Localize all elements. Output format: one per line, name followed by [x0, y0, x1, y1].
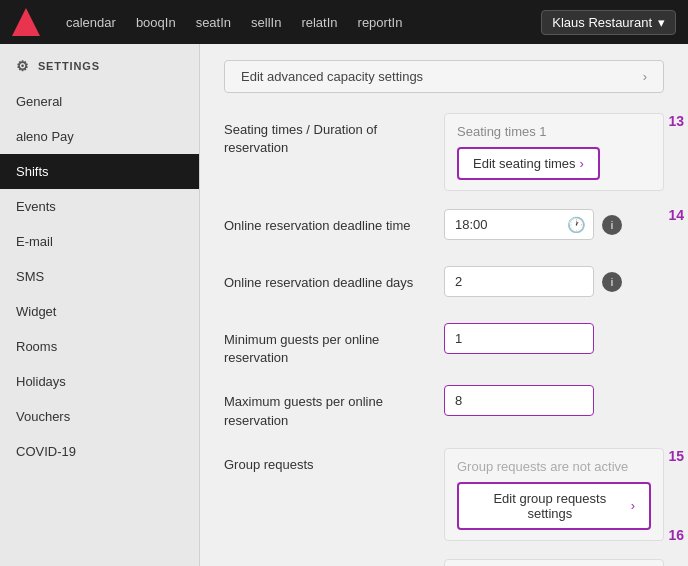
info-icon-time[interactable]: i [602, 215, 622, 235]
sidebar-item-vouchers[interactable]: Vouchers [0, 399, 199, 434]
sidebar-item-rooms[interactable]: Rooms [0, 329, 199, 364]
settings-header: ⚙ SETTINGS [0, 44, 199, 84]
nav-booqin[interactable]: booqIn [136, 15, 176, 30]
sidebar-item-aleno-pay[interactable]: aleno Pay [0, 119, 199, 154]
app-logo[interactable] [12, 8, 40, 36]
min-guests-control [444, 323, 664, 354]
sidebar-item-shifts[interactable]: Shifts [0, 154, 199, 189]
days-input-row: i [444, 266, 664, 297]
sidebar-item-general[interactable]: General [0, 84, 199, 119]
group-requests-block: Group requests are not active Edit group… [444, 448, 664, 541]
edit-seating-times-button[interactable]: Edit seating times › [457, 147, 600, 180]
group-requests-control: Group requests are not active Edit group… [444, 448, 664, 541]
nav-reportin[interactable]: reportIn [358, 15, 403, 30]
seating-times-label: Seating times / Duration of reservation [224, 113, 444, 157]
sidebar-item-widget[interactable]: Widget [0, 294, 199, 329]
nav-calendar[interactable]: calendar [66, 15, 116, 30]
topnav: calendar booqIn seatIn sellIn relatIn re… [0, 0, 688, 44]
group-requests-label: Group requests [224, 448, 444, 474]
online-deadline-time-label: Online reservation deadline time [224, 209, 444, 235]
content-area: Edit advanced capacity settings › Seatin… [200, 44, 688, 566]
gear-icon: ⚙ [16, 58, 30, 74]
sidebar-item-covid19[interactable]: COVID-19 [0, 434, 199, 469]
chevron-right-icon: › [631, 498, 635, 513]
max-guests-label: Maximum guests per online reservation [224, 385, 444, 429]
max-guests-control [444, 385, 664, 416]
chevron-right-icon: › [580, 156, 584, 171]
badge-13: 13 [668, 113, 684, 129]
edit-seating-times-label: Edit seating times [473, 156, 576, 171]
max-guests-row: Maximum guests per online reservation [224, 385, 664, 429]
min-guests-row: Minimum guests per online reservation [224, 323, 664, 367]
chevron-right-icon: › [643, 69, 647, 84]
deadline-time-input[interactable] [444, 209, 594, 240]
days-input-wrapper [444, 266, 594, 297]
nav-seatin[interactable]: seatIn [196, 15, 231, 30]
online-deadline-time-row: Online reservation deadline time 🕐 i 14 [224, 209, 664, 248]
badge-15: 15 [668, 448, 684, 464]
advanced-capacity-row: Edit advanced capacity settings › [224, 60, 664, 93]
restaurant-name: Klaus Restaurant [552, 15, 652, 30]
min-guests-input[interactable] [444, 323, 594, 354]
seating-times-value: Seating times 1 [457, 124, 651, 139]
online-deadline-days-label: Online reservation deadline days [224, 266, 444, 292]
app-layout: ⚙ SETTINGS General aleno Pay Shifts Even… [0, 44, 688, 566]
group-requests-row: Group requests Group requests are not ac… [224, 448, 664, 541]
badge-16: 16 [668, 527, 684, 543]
info-icon-days[interactable]: i [602, 272, 622, 292]
settings-label: SETTINGS [38, 60, 100, 72]
online-deadline-time-control: 🕐 i 14 [444, 209, 664, 248]
edit-group-label: Edit group requests settings [473, 491, 627, 521]
nav-relatin[interactable]: relatIn [301, 15, 337, 30]
max-guests-input[interactable] [444, 385, 594, 416]
group-inactive-text: Group requests are not active [457, 459, 651, 474]
questions-label: Questions [224, 559, 444, 566]
badge-14: 14 [668, 207, 684, 223]
min-guests-label: Minimum guests per online reservation [224, 323, 444, 367]
sidebar-item-email[interactable]: E-mail [0, 224, 199, 259]
questions-block: not activated Edit questions › [444, 559, 664, 566]
online-deadline-days-row: Online reservation deadline days i [224, 266, 664, 305]
chevron-down-icon: ▾ [658, 15, 665, 30]
time-input-row: 🕐 i [444, 209, 664, 240]
seating-times-block: Seating times 1 Edit seating times › [444, 113, 664, 191]
sidebar: ⚙ SETTINGS General aleno Pay Shifts Even… [0, 44, 200, 566]
main-content: Edit advanced capacity settings › Seatin… [200, 44, 688, 566]
sidebar-item-events[interactable]: Events [0, 189, 199, 224]
sidebar-item-sms[interactable]: SMS [0, 259, 199, 294]
seating-times-control: Seating times 1 Edit seating times › 13 [444, 113, 664, 191]
time-input-wrapper: 🕐 [444, 209, 594, 240]
deadline-days-input[interactable] [444, 266, 594, 297]
advanced-capacity-label: Edit advanced capacity settings [241, 69, 423, 84]
edit-advanced-capacity-button[interactable]: Edit advanced capacity settings › [224, 60, 664, 93]
edit-group-requests-button[interactable]: Edit group requests settings › [457, 482, 651, 530]
online-deadline-days-control: i [444, 266, 664, 305]
restaurant-selector[interactable]: Klaus Restaurant ▾ [541, 10, 676, 35]
questions-row: Questions not activated Edit questions ›… [224, 559, 664, 566]
seating-times-row: Seating times / Duration of reservation … [224, 113, 664, 191]
questions-control: not activated Edit questions › 17 [444, 559, 664, 566]
nav-sellin[interactable]: sellIn [251, 15, 281, 30]
sidebar-item-holidays[interactable]: Holidays [0, 364, 199, 399]
